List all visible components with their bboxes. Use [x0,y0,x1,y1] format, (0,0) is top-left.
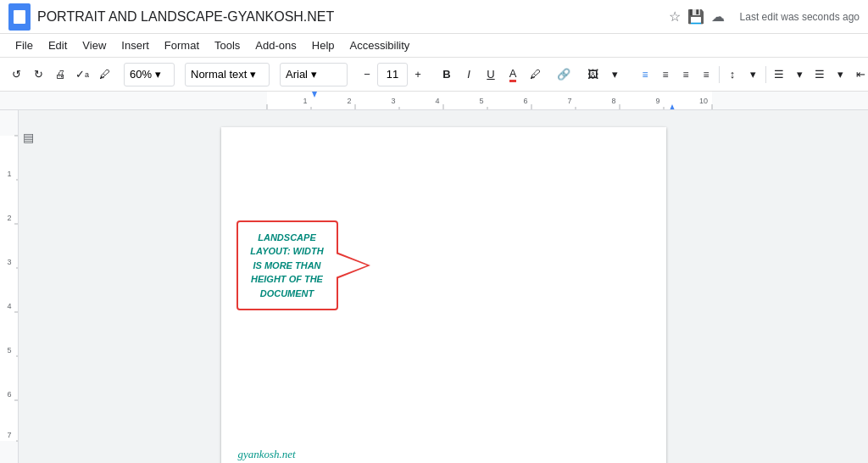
svg-text:7: 7 [567,97,571,105]
highlight-button[interactable]: 🖊 [526,63,544,86]
spellcheck-button[interactable]: ✓a [73,63,92,86]
font-chevron: ▾ [311,68,317,81]
redo-button[interactable]: ↻ [29,63,47,86]
zoom-select[interactable]: 60% ▾ [124,63,175,86]
svg-text:1: 1 [7,170,11,178]
svg-text:5: 5 [479,97,483,105]
font-size-input[interactable] [377,63,408,86]
menu-tools[interactable]: Tools [208,37,247,53]
last-edit-text: Last edit was seconds ago [740,11,860,23]
paint-format-button[interactable]: 🖊 [95,63,114,86]
svg-text:2: 2 [347,97,351,105]
align-right-button[interactable]: ≡ [676,63,695,86]
undo-button[interactable]: ↺ [7,63,25,86]
menu-addons[interactable]: Add-ons [248,37,303,53]
main-area: 1 2 3 4 5 6 7 ▤ LANDSCAPE LAYOUT: WIDTH … [0,110,868,463]
svg-text:4: 4 [435,97,439,105]
svg-text:9: 9 [655,97,659,105]
svg-text:1: 1 [303,97,307,105]
svg-text:10: 10 [699,97,708,105]
save-icon[interactable]: 💾 [687,8,704,25]
numbered-chevron[interactable]: ▾ [790,63,809,86]
callout-box: LANDSCAPE LAYOUT: WIDTH IS MORE THAN HEI… [236,220,338,310]
page-thumbnail-icon: ▤ [19,131,37,144]
style-select[interactable]: Normal text ▾ [185,63,270,86]
svg-text:4: 4 [7,302,11,310]
menu-view[interactable]: View [75,37,113,53]
svg-text:2: 2 [7,214,11,222]
ruler-svg: 1 2 3 4 5 6 7 8 9 10 [0,92,868,110]
underline-button[interactable]: U [481,63,500,86]
image-chevron[interactable]: ▾ [605,63,624,86]
svg-text:3: 3 [391,97,395,105]
align-center-button[interactable]: ≡ [656,63,675,86]
link-button[interactable]: 🔗 [554,63,573,86]
svg-text:5: 5 [7,346,11,354]
bold-button[interactable]: B [437,63,456,86]
line-spacing-chevron[interactable]: ▾ [743,63,762,86]
doc-area[interactable]: ▤ LANDSCAPE LAYOUT: WIDTH IS MORE THAN H… [19,110,868,463]
svg-text:8: 8 [611,97,615,105]
svg-text:6: 6 [523,97,527,105]
svg-text:7: 7 [7,431,11,439]
ruler: 1 2 3 4 5 6 7 8 9 10 [0,92,868,110]
font-size-decrease[interactable]: − [358,63,376,86]
svg-text:3: 3 [7,258,11,266]
vertical-ruler: 1 2 3 4 5 6 7 [0,110,19,463]
cloud-icon[interactable]: ☁ [711,8,725,25]
callout-container: LANDSCAPE LAYOUT: WIDTH IS MORE THAN HEI… [236,220,338,310]
ruler-vert-svg: 1 2 3 4 5 6 7 [0,110,19,463]
zoom-value: 60% [130,68,152,81]
line-spacing-button[interactable]: ↕ [723,63,742,86]
align-justify-button[interactable]: ≡ [697,63,715,86]
bullet-list-button[interactable]: ☰ [810,63,829,86]
italic-button[interactable]: I [459,63,478,86]
font-size-wrap: − + [358,63,427,86]
numbered-list-button[interactable]: ☰ [770,63,788,86]
style-chevron: ▾ [250,68,256,81]
font-value: Arial [286,68,308,81]
menu-accessibility[interactable]: Accessibility [343,37,417,53]
menu-insert[interactable]: Insert [114,37,156,53]
document-title: PORTRAIT AND LANDSCAPE-GYANKOSH.NET [37,9,662,25]
callout-text: LANDSCAPE LAYOUT: WIDTH IS MORE THAN HEI… [250,232,323,298]
image-button[interactable]: 🖼 [583,63,602,86]
indent-less-button[interactable]: ⇤ [851,63,868,86]
menu-bar: File Edit View Insert Format Tools Add-o… [0,34,868,58]
menu-edit[interactable]: Edit [42,37,74,53]
divider-9 [719,66,720,83]
align-left-button[interactable]: ≡ [636,63,654,86]
bullet-chevron[interactable]: ▾ [831,63,849,86]
font-color-button[interactable]: A [504,63,522,86]
print-button[interactable]: 🖨 [51,63,70,86]
title-bar: PORTRAIT AND LANDSCAPE-GYANKOSH.NET ☆ 💾 … [0,0,868,34]
star-icon[interactable]: ☆ [669,8,681,25]
watermark: gyankosh.net [238,448,296,461]
style-value: Normal text [191,68,247,81]
svg-rect-0 [267,92,712,110]
svg-text:6: 6 [7,390,11,399]
watermark-text: gyankosh.net [238,448,296,460]
zoom-chevron: ▾ [155,68,161,81]
font-color-indicator: A [509,67,517,82]
font-size-increase[interactable]: + [409,63,427,86]
divider-10 [765,66,766,83]
menu-format[interactable]: Format [158,37,206,53]
doc-icon [8,3,31,31]
toolbar: ↺ ↻ 🖨 ✓a 🖊 60% ▾ Normal text ▾ Arial ▾ −… [0,58,868,92]
alignment-tools: ≡ ≡ ≡ ≡ ↕ ▾ ☰ ▾ ☰ ▾ ⇤ ⇥ ✖ [636,63,868,86]
font-select[interactable]: Arial ▾ [280,63,348,86]
document-page[interactable]: LANDSCAPE LAYOUT: WIDTH IS MORE THAN HEI… [221,127,666,463]
menu-file[interactable]: File [8,37,40,53]
menu-help[interactable]: Help [305,37,342,53]
